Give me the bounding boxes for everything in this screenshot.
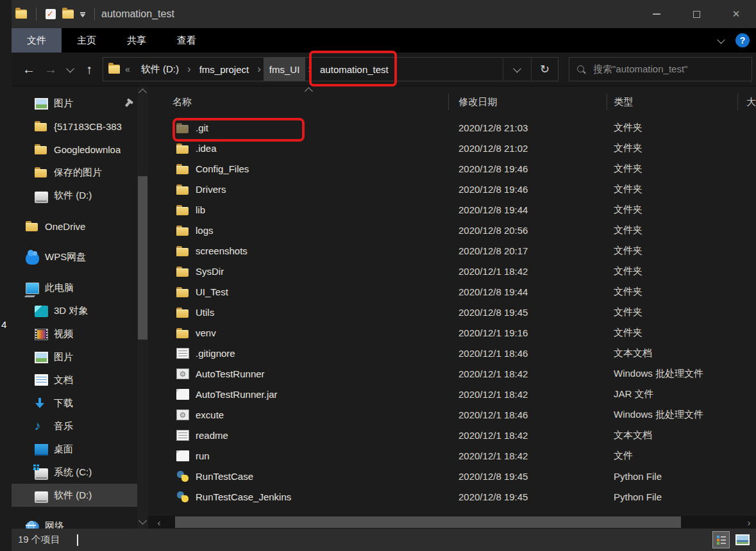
file-type: 文件夹 (607, 245, 738, 257)
column-header-type[interactable]: 类型 (607, 94, 737, 110)
scroll-left-arrow-icon[interactable]: ‹ (153, 516, 165, 529)
horizontal-scrollbar-thumb[interactable] (175, 516, 681, 528)
drivewin-icon (35, 468, 48, 480)
address-dropdown-button[interactable] (503, 58, 531, 81)
file-row[interactable]: .idea 2020/12/8 21:02 文件夹 (148, 138, 756, 158)
sidebar-item[interactable]: 保存的图片 (12, 161, 137, 184)
refresh-button[interactable]: ↻ (531, 58, 558, 81)
address-bar[interactable]: « 软件 (D:) › fms_project › fms_UI (103, 57, 559, 81)
sidebar-item[interactable]: 视频 (12, 322, 137, 345)
file-row[interactable]: lib 2020/12/8 19:44 文件夹 (148, 199, 756, 220)
toolbar-separator (94, 8, 95, 21)
sidebar-scrollbar-thumb[interactable] (138, 176, 147, 340)
sidebar-item[interactable]: 3D 对象 (12, 299, 137, 322)
scroll-down-arrow-icon[interactable] (139, 516, 147, 525)
file-row[interactable]: run 2020/12/1 18:42 文件 (148, 445, 756, 466)
titlebar[interactable]: automation_test ✕ (12, 0, 756, 28)
scroll-right-arrow-icon[interactable]: › (743, 516, 755, 529)
column-header-size[interactable]: 大 (737, 94, 756, 110)
file-name: Drivers (196, 184, 226, 195)
up-button[interactable]: ↑ (78, 58, 100, 80)
file-row[interactable]: readme 2020/12/1 18:42 文本文档 (148, 425, 756, 445)
folder-icon (176, 185, 189, 195)
forward-button[interactable]: → (40, 58, 62, 80)
sidebar-item[interactable]: 文档 (12, 368, 137, 391)
sidebar-item[interactable]: {517183CB-383 (12, 115, 137, 138)
file-row[interactable]: AutoTestRunner.jar 2020/12/1 18:42 JAR 文… (148, 384, 756, 404)
sidebar-item[interactable]: 音乐 (12, 415, 137, 438)
ribbon-tab[interactable]: 主页 (62, 28, 112, 53)
sidebar-item[interactable]: 下载 (12, 391, 137, 415)
details-view-button[interactable] (712, 531, 730, 548)
file-row[interactable]: UI_Test 2020/12/8 19:44 文件夹 (148, 281, 756, 302)
sidebar-item-label: 系统 (C:) (54, 466, 92, 479)
recent-locations-chevron-icon[interactable] (62, 58, 78, 80)
file-row[interactable]: .gitignore 2020/12/1 18:46 文本文档 (148, 343, 756, 363)
sidebar-scrollbar[interactable] (137, 86, 148, 529)
breadcrumb-segment[interactable]: fms_project › (194, 58, 264, 81)
ribbon-tab[interactable]: 文件 (12, 28, 62, 53)
sidebar-item[interactable]: 网络 (12, 514, 137, 529)
ribbon-tab[interactable]: 查看 (162, 28, 212, 53)
sidebar-item[interactable]: WPS网盘 (12, 245, 137, 268)
file-name: RunTestCase (196, 471, 253, 482)
properties-checkmark-icon[interactable] (46, 9, 56, 19)
breadcrumb-overflow-icon[interactable]: « (125, 64, 130, 74)
file-date-modified: 2020/12/1 18:42 (448, 368, 607, 379)
scroll-up-arrow-icon[interactable] (139, 88, 147, 97)
breadcrumb-segment[interactable]: 软件 (D:) › (135, 58, 194, 81)
new-folder-icon[interactable] (62, 10, 74, 19)
folder-icon (176, 328, 189, 339)
file-type: 文件夹 (607, 183, 738, 195)
maximize-button[interactable] (676, 0, 716, 28)
file-row[interactable]: .git 2020/12/8 21:03 文件夹 (148, 117, 756, 138)
sidebar-item[interactable]: 系统 (C:) (12, 461, 137, 484)
minimize-button[interactable] (637, 0, 676, 28)
file-name: Utils (196, 307, 214, 318)
file-type: 文件夹 (607, 265, 738, 277)
ribbon-tab[interactable]: 共享 (112, 28, 162, 53)
sidebar-item-label: 网络 (45, 520, 64, 529)
desktop-icon (35, 444, 48, 456)
file-row[interactable]: venv 2020/12/1 19:16 文件夹 (148, 322, 756, 343)
sidebar-item[interactable]: 此电脑 (12, 276, 137, 299)
sidebar-item-label: 软件 (D:) (54, 489, 92, 502)
close-button[interactable]: ✕ (716, 0, 756, 28)
file-row[interactable]: screenshots 2020/12/8 20:17 文件夹 (148, 240, 756, 261)
file-row[interactable]: RunTestCase 2020/12/8 19:45 Python File (148, 466, 756, 486)
thumbnail-view-button[interactable] (734, 531, 751, 548)
file-row[interactable]: excute 2020/12/1 18:46 Windows 批处理文件 (148, 404, 756, 425)
file-row[interactable]: AutoTestRunner 2020/12/1 18:42 Windows 批… (148, 363, 756, 384)
customize-toolbar-caret-icon[interactable] (80, 14, 85, 17)
file-row[interactable]: SysDir 2020/12/1 18:42 文件夹 (148, 261, 756, 281)
breadcrumb-segment[interactable]: automation_test › (314, 58, 394, 81)
horizontal-scrollbar[interactable]: ‹ › (148, 516, 756, 529)
column-header-name[interactable]: 名称 (148, 94, 448, 110)
python-icon (176, 471, 189, 482)
back-button[interactable]: ← (18, 58, 40, 80)
sidebar-item[interactable]: 桌面 (12, 438, 137, 461)
file-row[interactable]: RunTestCase_Jenkins 2020/12/8 19:45 Pyth… (148, 486, 756, 507)
collapse-ribbon-chevron-icon[interactable] (717, 35, 725, 44)
file-date-modified: 2020/12/1 18:42 (448, 430, 607, 441)
computer-icon (26, 283, 39, 294)
file-icon (176, 389, 189, 400)
file-row[interactable]: Utils 2020/12/8 19:45 文件夹 (148, 302, 756, 322)
sidebar-item[interactable]: 软件 (D:) (12, 184, 137, 207)
help-button[interactable]: ? (735, 33, 750, 47)
file-type: 文件 (607, 450, 738, 462)
sidebar-item[interactable]: 图片 (12, 345, 137, 368)
sidebar-item[interactable]: 图片 (12, 92, 137, 115)
search-box[interactable]: 搜索"automation_test" (569, 57, 752, 81)
file-row[interactable]: Drivers 2020/12/8 19:46 文件夹 (148, 179, 756, 199)
sidebar-item[interactable]: OneDrive (12, 215, 137, 238)
sidebar-item[interactable]: Googledownloa (12, 138, 137, 161)
file-row[interactable]: Config_Files 2020/12/8 19:46 文件夹 (148, 158, 756, 179)
file-date-modified: 2020/12/8 19:44 (448, 286, 607, 297)
column-header-date-modified[interactable]: 修改日期 (448, 94, 607, 110)
breadcrumb-segment[interactable]: fms_UI › (264, 58, 314, 81)
sidebar-item[interactable]: 软件 (D:) (12, 484, 137, 507)
doc-icon (35, 374, 48, 386)
file-name: UI_Test (196, 286, 228, 297)
file-row[interactable]: logs 2020/12/8 20:56 文件夹 (148, 220, 756, 240)
